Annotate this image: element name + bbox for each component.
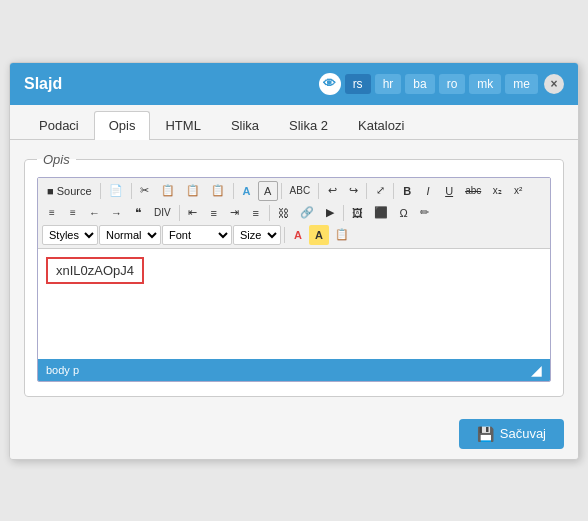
- editor-content: xnIL0zAOpJ4: [46, 257, 144, 284]
- font-a-button[interactable]: A: [237, 181, 257, 201]
- editor-container: ■ Source 📄 ✂ 📋 📋 📋 A A ABC: [37, 177, 551, 382]
- table-button[interactable]: ⬛: [369, 203, 393, 223]
- close-button[interactable]: ×: [544, 74, 564, 94]
- format-select[interactable]: Normal: [99, 225, 161, 245]
- main-window: Slajd 👁 rs hr ba ro mk me × Podaci Opis …: [9, 62, 579, 460]
- sep6: [366, 183, 367, 199]
- lang-btn-ro[interactable]: ro: [439, 74, 466, 94]
- strike-button[interactable]: abc: [460, 181, 486, 201]
- special-char-button[interactable]: Ω: [394, 203, 414, 223]
- lang-btn-mk[interactable]: mk: [469, 74, 501, 94]
- bg-color-button[interactable]: A: [309, 225, 329, 245]
- paste-text-button[interactable]: 📋: [206, 181, 230, 201]
- tab-slika[interactable]: Slika: [216, 111, 274, 139]
- sep5: [318, 183, 319, 199]
- sep7: [393, 183, 394, 199]
- editor-statusbar: body p ◢: [38, 359, 550, 381]
- bold-button[interactable]: B: [397, 181, 417, 201]
- lang-bar: 👁 rs hr ba ro mk me: [319, 73, 538, 95]
- sep1: [100, 183, 101, 199]
- fullscreen-button[interactable]: ⤢: [370, 181, 390, 201]
- save-icon: 💾: [477, 426, 494, 442]
- statusbar-text: body p: [46, 364, 79, 376]
- italic-button[interactable]: I: [418, 181, 438, 201]
- tab-opis[interactable]: Opis: [94, 111, 151, 140]
- copy-button[interactable]: 📋: [156, 181, 180, 201]
- blockquote-button[interactable]: ❝: [128, 203, 148, 223]
- font-select[interactable]: Font: [162, 225, 232, 245]
- tab-html[interactable]: HTML: [150, 111, 215, 139]
- link-button[interactable]: ⛓: [273, 203, 294, 223]
- size-select[interactable]: Size: [233, 225, 281, 245]
- sup-button[interactable]: x²: [508, 181, 528, 201]
- spellcheck-button[interactable]: ABC: [285, 181, 316, 201]
- align-left-button[interactable]: ⇤: [183, 203, 203, 223]
- underline-button[interactable]: U: [439, 181, 459, 201]
- toolbar-row-1: ■ Source 📄 ✂ 📋 📋 📋 A A ABC: [42, 181, 546, 201]
- window-title: Slajd: [24, 75, 62, 93]
- sep4: [281, 183, 282, 199]
- ul-button[interactable]: ≡: [63, 203, 83, 223]
- title-bar: Slajd 👁 rs hr ba ro mk me ×: [10, 63, 578, 105]
- tab-slika2[interactable]: Slika 2: [274, 111, 343, 139]
- image-button[interactable]: 🖼: [347, 203, 368, 223]
- tab-bar: Podaci Opis HTML Slika Slika 2 Katalozi: [10, 111, 578, 140]
- styles-select[interactable]: Styles: [42, 225, 98, 245]
- sep9: [269, 205, 270, 221]
- align-right-button[interactable]: ⇥: [225, 203, 245, 223]
- edit-button[interactable]: ✏: [415, 203, 435, 223]
- redo-button[interactable]: ↪: [343, 181, 363, 201]
- undo-button[interactable]: ↩: [322, 181, 342, 201]
- save-button[interactable]: 💾 Sačuvaj: [459, 419, 564, 449]
- source-button[interactable]: ■ Source: [42, 181, 97, 201]
- anchor-button[interactable]: ▶: [320, 203, 340, 223]
- sep3: [233, 183, 234, 199]
- fieldset-legend: Opis: [37, 152, 76, 167]
- div-button[interactable]: DIV: [149, 203, 176, 223]
- editor-body[interactable]: xnIL0zAOpJ4: [38, 249, 550, 359]
- save-label: Sačuvaj: [500, 426, 546, 441]
- lang-btn-hr[interactable]: hr: [375, 74, 402, 94]
- sep2: [131, 183, 132, 199]
- tab-podaci[interactable]: Podaci: [24, 111, 94, 139]
- font-size-button[interactable]: A: [258, 181, 278, 201]
- resize-handle[interactable]: ◢: [531, 362, 542, 378]
- cut-button[interactable]: ✂: [135, 181, 155, 201]
- lang-btn-me[interactable]: me: [505, 74, 538, 94]
- editor-toolbar: ■ Source 📄 ✂ 📋 📋 📋 A A ABC: [38, 178, 550, 249]
- outdent-button[interactable]: ←: [84, 203, 105, 223]
- toolbar-row-3: Styles Normal Font Size A A: [42, 225, 546, 245]
- sep8: [179, 205, 180, 221]
- lang-btn-ba[interactable]: ba: [405, 74, 434, 94]
- sub-button[interactable]: x₂: [487, 181, 507, 201]
- tab-katalozi[interactable]: Katalozi: [343, 111, 419, 139]
- ol-button[interactable]: ≡: [42, 203, 62, 223]
- unlink-button[interactable]: 🔗: [295, 203, 319, 223]
- eye-icon[interactable]: 👁: [319, 73, 341, 95]
- lang-btn-rs[interactable]: rs: [345, 74, 371, 94]
- align-center-button[interactable]: ≡: [204, 203, 224, 223]
- align-justify-button[interactable]: ≡: [246, 203, 266, 223]
- new-doc-button[interactable]: 📄: [104, 181, 128, 201]
- tab-content: Opis ■ Source 📄 ✂ 📋 📋 📋 A: [10, 140, 578, 409]
- remove-format-button[interactable]: 📋: [330, 225, 354, 245]
- footer: 💾 Sačuvaj: [10, 409, 578, 459]
- paste-button[interactable]: 📋: [181, 181, 205, 201]
- opis-fieldset: Opis ■ Source 📄 ✂ 📋 📋 📋 A: [24, 152, 564, 397]
- font-color-button[interactable]: A: [288, 225, 308, 245]
- indent-button[interactable]: →: [106, 203, 127, 223]
- sep10: [343, 205, 344, 221]
- sep11: [284, 227, 285, 243]
- toolbar-row-2: ≡ ≡ ← → ❝ DIV ⇤ ≡ ⇥ ≡ ⛓ 🔗 ▶: [42, 203, 546, 223]
